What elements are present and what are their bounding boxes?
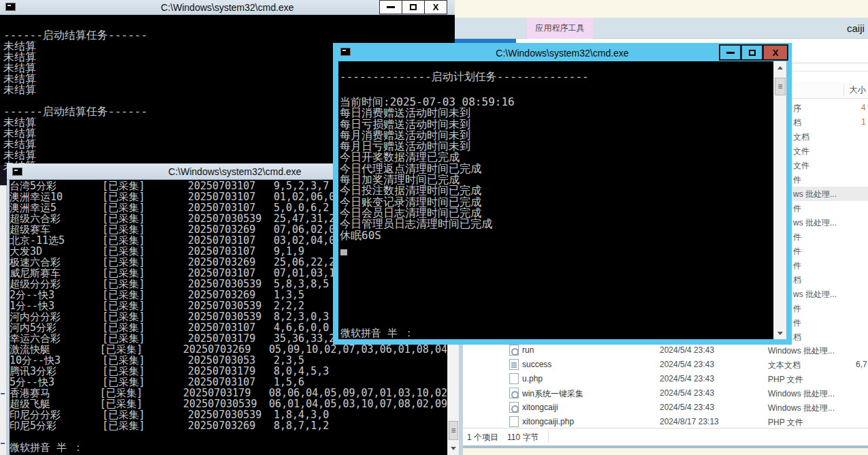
draw-period: 20250703269 <box>188 289 253 300</box>
draw-period: 20250703107 <box>188 191 253 202</box>
lottery-row: 香港赛马[已采集]2025070317908,06,04,05,09,07,01… <box>10 388 447 398</box>
window-controls: X <box>380 0 447 14</box>
console-header-line: --------------启动计划任务-------------- <box>340 72 589 82</box>
draw-period: 20250703053 <box>188 355 253 366</box>
collect-status: [已采集] <box>102 377 188 388</box>
lottery-row: 印尼5分彩[已采集]202507032698,8,7,1,2 <box>10 420 447 431</box>
file-name: xitongcaiji.php <box>522 417 574 426</box>
lottery-name: 印尼5分彩 <box>10 420 102 431</box>
collect-status: [已采集] <box>102 202 188 213</box>
draw-result: 1,3,5 <box>274 289 304 300</box>
lottery-name: 2分--快3 <box>10 289 102 300</box>
collect-status: [已采集] <box>99 344 183 355</box>
file-date: 2024/5/4 23:43 <box>660 374 714 383</box>
close-button[interactable]: X <box>424 0 447 14</box>
scrollbar-thumb[interactable] <box>449 421 458 440</box>
batch-file-icon <box>509 345 519 356</box>
file-type-fragment: 件 <box>793 246 801 257</box>
minimize-icon <box>387 6 395 8</box>
maximize-button[interactable] <box>402 0 425 14</box>
minimize-button[interactable] <box>379 0 402 14</box>
file-size-fragment: 4 <box>861 103 866 112</box>
maximize-button[interactable] <box>741 44 763 61</box>
lottery-row: 激流快艇[已采集]2025070326905,09,10,02,07,03,06… <box>10 344 447 355</box>
draw-period: 20250703107 <box>188 202 253 213</box>
collect-status: [已采集] <box>102 224 188 235</box>
draw-result: 08,06,04,05,09,07,01,03,10,02 <box>269 388 447 398</box>
draw-period: 202507030539 <box>188 300 253 311</box>
lottery-name: 台湾5分彩 <box>10 181 102 191</box>
desktop: 应用程序工具 caiji 大小 序4档1文档文件文件件ws 批处理...件ws … <box>0 0 868 455</box>
collect-status: [已采集] <box>99 398 183 409</box>
application-tools-tab[interactable]: 应用程序工具 <box>527 18 593 39</box>
draw-result: 8,2,3,0,3 <box>274 311 329 322</box>
ime-status-line: 微软拼音 半 ： <box>10 442 447 453</box>
editor-mark <box>1 443 5 444</box>
draw-result: 5,0,0,6,2 <box>274 202 329 213</box>
draw-result: 07,01,03,10 <box>274 268 341 279</box>
file-name: win系统一键采集 <box>522 388 583 400</box>
draw-result: 03,02,04,05 <box>274 235 341 246</box>
draw-period: 20250703107 <box>188 235 253 246</box>
draw-period: 202507030539 <box>188 213 253 224</box>
file-date: 2024/5/4 23:43 <box>660 360 714 369</box>
lottery-name: 5分--快3 <box>10 377 102 388</box>
scroll-up-button[interactable] <box>774 61 786 74</box>
draw-result: 9,5,2,3,7 <box>274 181 329 191</box>
file-type-fragment: ws 批处理... <box>793 289 837 300</box>
column-separator[interactable] <box>843 84 844 96</box>
lottery-name: 超级分分彩 <box>10 279 102 289</box>
console-output: 当前时间:2025-07-03 08:59:16每日消费赠送活动时间未到每日亏损… <box>340 97 515 241</box>
scrollbar-thumb[interactable] <box>775 78 786 95</box>
scroll-down-button[interactable] <box>774 327 786 339</box>
draw-result: 4,6,6,0,0 <box>274 322 329 333</box>
draw-period: 20250703179 <box>188 333 253 344</box>
file-type: PHP 文件 <box>768 417 803 428</box>
lottery-name: 河内分分彩 <box>10 311 102 322</box>
file-type-fragment: 档 <box>793 274 801 286</box>
collect-status: [已采集] <box>102 420 188 431</box>
file-type: Windows 批处理... <box>768 388 835 400</box>
minimize-button[interactable] <box>719 44 741 61</box>
lottery-name: 幸运六合彩 <box>10 333 102 344</box>
file-name: success <box>522 360 551 369</box>
lottery-name: 威尼斯赛车 <box>10 268 102 279</box>
draw-period: 202507030539 <box>183 398 248 409</box>
lottery-name: 激流快艇 <box>10 344 99 355</box>
size-column-header[interactable]: 大小 <box>849 84 866 96</box>
collect-status: [已采集] <box>102 268 188 279</box>
file-type: Windows 批处理... <box>768 403 835 414</box>
collect-status: [已采集] <box>102 213 188 224</box>
draw-period: 20250703179 <box>183 388 248 398</box>
batch-file-icon <box>509 402 519 413</box>
lottery-name: 10分--快3 <box>10 355 102 366</box>
minimize-icon <box>726 52 735 54</box>
draw-period: 20250703107 <box>188 322 253 333</box>
draw-period: 20250703269 <box>188 257 253 268</box>
file-name: u.php <box>522 374 543 383</box>
scroll-down-button[interactable] <box>448 443 459 454</box>
draw-result: 8,0,4,5,3 <box>274 366 329 377</box>
file-type-fragment: 件 <box>793 303 801 315</box>
collect-status: [已采集] <box>102 322 188 333</box>
background-editor-strip <box>0 165 7 455</box>
lottery-name: 香港赛马 <box>10 388 99 398</box>
collect-status: [已采集] <box>102 333 188 344</box>
file-type-fragment: 序 <box>793 103 801 114</box>
draw-period: 20250703269 <box>183 344 248 355</box>
collect-status: [已采集] <box>102 311 188 322</box>
console-cursor <box>340 249 347 255</box>
console-output: ------启动结算任务------未结算未结算未结算未结算未结算------启… <box>3 30 148 172</box>
console-screen: --------------启动计划任务-------------- 当前时间:… <box>338 61 773 339</box>
file-type-fragment: 文档 <box>793 131 809 143</box>
doc-file-icon <box>509 416 519 427</box>
collect-status: [已采集] <box>102 257 188 268</box>
collect-status: [已采集] <box>99 388 183 398</box>
vertical-scrollbar[interactable] <box>773 61 786 339</box>
cmd-settlement-titlebar[interactable]: C:\Windows\system32\cmd.exe X <box>0 0 455 15</box>
draw-result: 25,47,31,28 <box>274 213 341 224</box>
draw-period: 20250703269 <box>188 420 253 431</box>
close-button[interactable]: X <box>762 44 788 61</box>
editor-mark <box>1 393 5 394</box>
maximize-icon <box>410 4 417 10</box>
